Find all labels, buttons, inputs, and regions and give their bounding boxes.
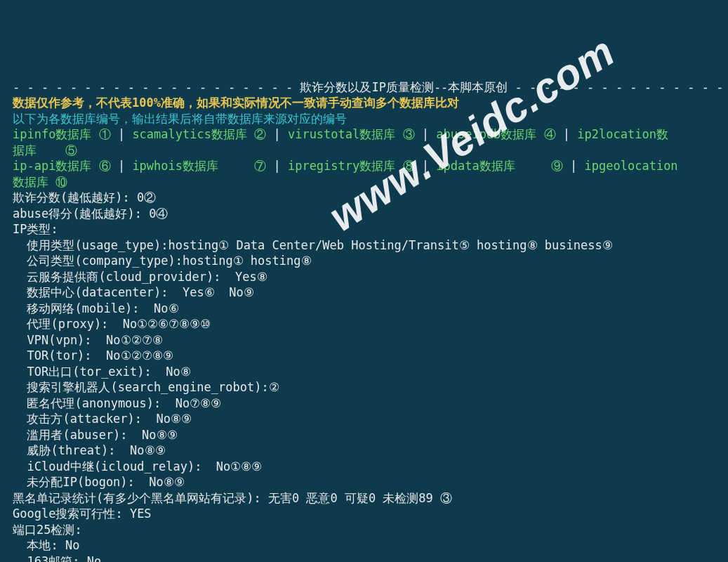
iptype-attacker: 攻击方(attacker): No⑧⑨ [13, 412, 192, 426]
legend-intro: 以下为各数据库编号，输出结果后将自带数据库来源对应的编号 [13, 112, 347, 126]
sep: | [266, 127, 288, 141]
iptype-mobile: 移动网络(mobile): No⑥ [13, 301, 179, 315]
port25-header: 端口25检测: [13, 523, 82, 537]
port25-163: 163邮箱: No [13, 554, 101, 563]
fraud-score-value: 0② [137, 190, 156, 204]
iptype-icloud-relay: iCloud中继(icloud_relay): No①⑧⑨ [13, 459, 262, 473]
iptype-datacenter: 数据中心(datacenter): Yes⑥ No⑨ [13, 285, 254, 299]
db-virustotal: virustotal数据库 ③ [288, 127, 415, 141]
google-search-label: Google搜索可行性: [13, 507, 130, 521]
port25-local: 本地: No [13, 538, 79, 552]
iptype-tor: TOR(tor): No①②⑦⑧⑨ [13, 348, 173, 362]
iptype-cloud: 云服务提供商(cloud_provider): Yes⑧ [13, 270, 267, 284]
db-ipwhois: ipwhois数据库 ⑦ [132, 159, 266, 173]
terminal-output: - - - - - - - - - - - - - - - - - - - - … [13, 79, 728, 563]
iptype-header: IP类型: [13, 222, 58, 236]
google-search-value: YES [130, 507, 152, 521]
sep: | [266, 159, 288, 173]
db-abuseipdb: abuseipdb数据库 ④ [436, 127, 555, 141]
header-bar-right: - - - - - - - - - - - - - - - - - - - - [508, 80, 728, 94]
iptype-vpn: VPN(vpn): No①②⑦⑧ [13, 333, 163, 347]
sep: | [415, 127, 437, 141]
db-ipdata: ipdata数据库 ⑨ [436, 159, 563, 173]
db-ip2location-cont: 据库 ⑤ [13, 143, 77, 157]
iptype-threat: 威胁(threat): No⑧⑨ [13, 443, 166, 457]
iptype-torexit: TOR出口(tor_exit): No⑧ [13, 365, 191, 379]
sep: | [415, 159, 437, 173]
warning-line: 数据仅作参考，不代表100%准确，如果和实际情况不一致请手动查询多个数据库比对 [13, 96, 459, 110]
fraud-score-label: 欺诈分数(越低越好): [13, 190, 137, 204]
iptype-company: 公司类型(company_type):hosting① hosting⑧ [13, 254, 312, 268]
iptype-usage: 使用类型(usage_type):hosting① Data Center/We… [13, 238, 613, 252]
iptype-proxy: 代理(proxy): No①②⑥⑦⑧⑨⑩ [13, 317, 211, 331]
db-ipinfo: ipinfo数据库 ① [13, 127, 111, 141]
db-ipgeolocation: ipgeolocation [585, 159, 678, 173]
sep: | [563, 159, 585, 173]
db-ipapi: ip-api数据库 ⑥ [13, 159, 111, 173]
db-ip2location: ip2location数 [577, 127, 668, 141]
iptype-robot: 搜索引擎机器人(search_engine_robot):② [13, 380, 279, 394]
sep: | [111, 127, 133, 141]
blacklist-stats: 黑名单记录统计(有多少个黑名单网站有记录): 无害0 恶意0 可疑0 未检测89… [13, 491, 452, 505]
db-ipgeolocation-cont: 数据库 ⑩ [13, 175, 67, 189]
iptype-bogon: 未分配IP(bogon): No⑧⑨ [13, 475, 185, 489]
db-scamalytics: scamalytics数据库 ② [132, 127, 266, 141]
iptype-abuser: 滥用者(abuser): No⑧⑨ [13, 428, 178, 442]
abuse-score-value: 0④ [149, 207, 168, 221]
sep: | [111, 159, 133, 173]
db-ipregistry: ipregistry数据库 ⑧ [288, 159, 415, 173]
sep: | [556, 127, 578, 141]
abuse-score-label: abuse得分(越低越好): [13, 207, 149, 221]
header-bar-left: - - - - - - - - - - - - - - - - - - - - [13, 80, 300, 94]
header-title: 欺诈分数以及IP质量检测--本脚本原创 [300, 80, 508, 94]
iptype-anonymous: 匿名代理(anonymous): No⑦⑧⑨ [13, 396, 221, 410]
